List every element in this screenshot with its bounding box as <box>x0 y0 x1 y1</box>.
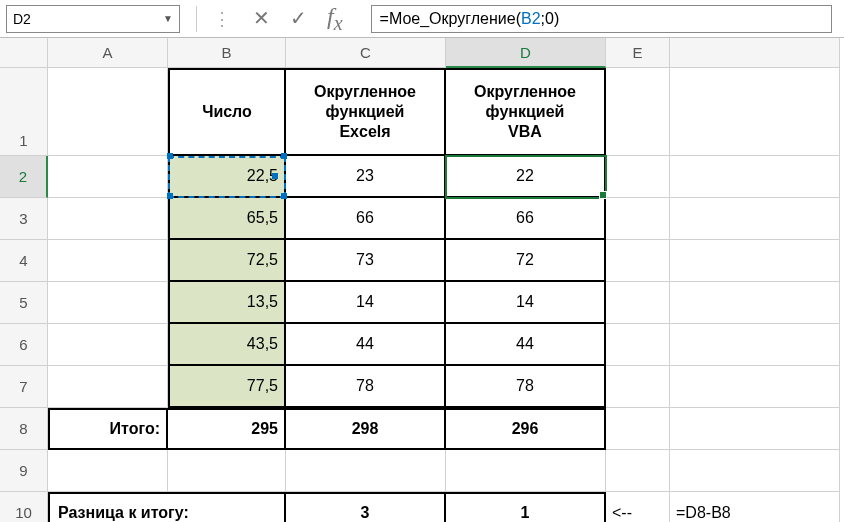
cell-C8[interactable]: 298 <box>286 408 446 450</box>
diff-label: Разница к итогу: <box>58 504 189 522</box>
cell-B2-value: 22,5 <box>247 167 278 185</box>
cell-A3[interactable] <box>48 198 168 240</box>
col-header-A[interactable]: A <box>48 38 168 68</box>
cell-B6[interactable]: 43,5 <box>168 324 286 366</box>
cell-B5[interactable]: 13,5 <box>168 282 286 324</box>
name-box[interactable]: D2 ▼ <box>6 5 180 33</box>
select-all-corner[interactable] <box>0 38 48 68</box>
row-header-8[interactable]: 8 <box>0 408 48 450</box>
cell-E6[interactable] <box>606 324 670 366</box>
cell-D5[interactable]: 14 <box>446 282 606 324</box>
cell-F2[interactable] <box>670 156 840 198</box>
cell-F3[interactable] <box>670 198 840 240</box>
cell-B3[interactable]: 65,5 <box>168 198 286 240</box>
cell-D4[interactable]: 72 <box>446 240 606 282</box>
cell-E4[interactable] <box>606 240 670 282</box>
row-header-9[interactable]: 9 <box>0 450 48 492</box>
formula-bar: D2 ▼ ⋮ ✕ ✓ fx =Мое_Округление(B2;0) <box>0 0 844 38</box>
col-header-blank[interactable] <box>670 38 840 68</box>
row-header-6[interactable]: 6 <box>0 324 48 366</box>
cell-D9[interactable] <box>446 450 606 492</box>
row-header-1[interactable]: 1 <box>0 68 48 156</box>
cell-C10[interactable]: 3 <box>286 492 446 522</box>
row-header-7[interactable]: 7 <box>0 366 48 408</box>
col-header-C[interactable]: C <box>286 38 446 68</box>
cell-E7[interactable] <box>606 366 670 408</box>
cell-B9[interactable] <box>168 450 286 492</box>
fx-icon[interactable]: fx <box>327 3 343 35</box>
cell-F4[interactable] <box>670 240 840 282</box>
cell-A8[interactable]: Итого: <box>48 408 168 450</box>
cell-F7[interactable] <box>670 366 840 408</box>
row-header-4[interactable]: 4 <box>0 240 48 282</box>
col-header-B[interactable]: B <box>168 38 286 68</box>
col-header-E[interactable]: E <box>606 38 670 68</box>
cell-C4[interactable]: 73 <box>286 240 446 282</box>
cell-D7[interactable]: 78 <box>446 366 606 408</box>
cell-C7[interactable]: 78 <box>286 366 446 408</box>
cell-C6[interactable]: 44 <box>286 324 446 366</box>
formula-input[interactable]: =Мое_Округление(B2;0) <box>371 5 832 33</box>
cell-B1[interactable]: Число <box>168 68 286 156</box>
cell-C5[interactable]: 14 <box>286 282 446 324</box>
cell-A6[interactable] <box>48 324 168 366</box>
cell-A7[interactable] <box>48 366 168 408</box>
cell-F1[interactable] <box>670 68 840 156</box>
cell-E2[interactable] <box>606 156 670 198</box>
cell-C1[interactable]: Округленное функцией Excelя <box>286 68 446 156</box>
formula-bar-buttons: ✕ ✓ fx <box>253 3 343 35</box>
cell-B7[interactable]: 77,5 <box>168 366 286 408</box>
cell-B4[interactable]: 72,5 <box>168 240 286 282</box>
more-icon: ⋮ <box>213 8 231 30</box>
cell-F6[interactable] <box>670 324 840 366</box>
cell-E5[interactable] <box>606 282 670 324</box>
formula-suffix: ;0) <box>541 10 560 28</box>
cell-C2[interactable]: 23 <box>286 156 446 198</box>
name-box-text: D2 <box>13 11 31 27</box>
cell-F5[interactable] <box>670 282 840 324</box>
cell-A2[interactable] <box>48 156 168 198</box>
cell-A9[interactable] <box>48 450 168 492</box>
cell-D10[interactable]: 1 <box>446 492 606 522</box>
cell-A1[interactable] <box>48 68 168 156</box>
cell-F8[interactable] <box>670 408 840 450</box>
formula-ref: B2 <box>521 10 541 28</box>
row-header-10[interactable]: 10 <box>0 492 48 522</box>
row-header-2[interactable]: 2 <box>0 156 48 198</box>
row-header-5[interactable]: 5 <box>0 282 48 324</box>
cell-E8[interactable] <box>606 408 670 450</box>
cell-D1[interactable]: Округленное функцией VBA <box>446 68 606 156</box>
cell-B8[interactable]: 295 <box>168 408 286 450</box>
cell-B10[interactable]: Разница к итогу: <box>168 492 286 522</box>
formula-prefix: =Мое_Округление( <box>380 10 521 28</box>
cell-D6[interactable]: 44 <box>446 324 606 366</box>
cell-C9[interactable] <box>286 450 446 492</box>
cell-F9[interactable] <box>670 450 840 492</box>
cell-E1[interactable] <box>606 68 670 156</box>
cancel-icon[interactable]: ✕ <box>253 6 270 30</box>
row-header-3[interactable]: 3 <box>0 198 48 240</box>
separator <box>196 6 197 32</box>
enter-icon[interactable]: ✓ <box>290 6 307 30</box>
name-box-dropdown-icon[interactable]: ▼ <box>163 13 173 24</box>
cell-F10[interactable]: =D8-B8 <box>670 492 840 522</box>
cell-C3[interactable]: 66 <box>286 198 446 240</box>
cell-D8[interactable]: 296 <box>446 408 606 450</box>
cell-D2[interactable]: 22 <box>446 156 606 198</box>
cell-E9[interactable] <box>606 450 670 492</box>
cell-E10[interactable]: <-- <box>606 492 670 522</box>
cell-A5[interactable] <box>48 282 168 324</box>
spreadsheet-grid[interactable]: A B C D E 1 Число Округленное функцией E… <box>0 38 844 522</box>
col-header-D[interactable]: D <box>446 38 606 68</box>
cell-D3[interactable]: 66 <box>446 198 606 240</box>
cell-A4[interactable] <box>48 240 168 282</box>
cell-E3[interactable] <box>606 198 670 240</box>
cell-B2[interactable]: 22,5 <box>168 156 286 198</box>
